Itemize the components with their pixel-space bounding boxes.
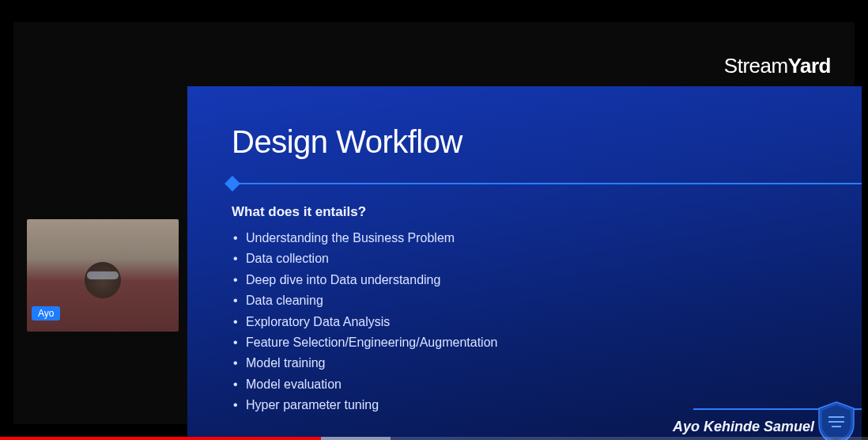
list-item: Hyper parameter tuning <box>246 395 817 415</box>
list-item: Exploratory Data Analysis <box>246 312 817 332</box>
svg-rect-1 <box>828 421 844 423</box>
presentation-slide: Design Workflow What does it entails? Un… <box>187 86 862 440</box>
list-item: Data cleaning <box>246 290 817 311</box>
svg-rect-2 <box>832 426 841 427</box>
svg-rect-0 <box>828 416 844 418</box>
list-item: Deep dive into Data understanding <box>246 270 817 290</box>
video-progress-played <box>0 437 321 440</box>
list-item: Model evaluation <box>246 374 817 395</box>
presenter-webcam: Ayo <box>27 219 179 332</box>
slide-subheading: What does it entails? <box>232 204 817 220</box>
list-item: Feature Selection/Engineering/Augmentati… <box>246 332 817 353</box>
presenter-name-tag: Ayo <box>32 306 60 321</box>
watermark-light: Stream <box>724 54 788 78</box>
slide-title: Design Workflow <box>232 124 817 160</box>
watermark-bold: Yard <box>788 54 831 78</box>
list-item: Data collection <box>246 248 817 269</box>
list-item: Model training <box>246 353 817 374</box>
slide-bullet-list: Understanding the Business Problem Data … <box>232 228 817 416</box>
stream-stage: StreamYard Ayo Design Workflow What does… <box>13 22 855 424</box>
title-divider <box>227 182 817 185</box>
list-item: Understanding the Business Problem <box>246 228 817 248</box>
shield-badge-icon <box>816 400 857 440</box>
slide-presenter-name: Ayo Kehinde Samuel <box>673 419 814 435</box>
slide-content: Design Workflow What does it entails? Un… <box>187 86 862 416</box>
streamyard-watermark: StreamYard <box>724 54 831 78</box>
divider-line <box>236 183 862 184</box>
